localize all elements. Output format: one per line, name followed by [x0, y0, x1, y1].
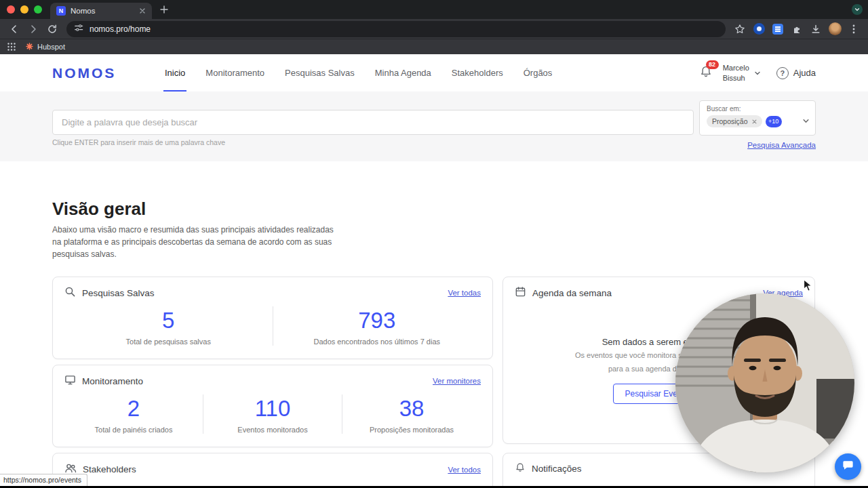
browser-toolbar: nomos.pro/home — [0, 19, 868, 39]
stat-eventos: 110 Eventos monitorados — [203, 394, 342, 434]
overview-section: Visão geral Abaixo uma visão macro e res… — [0, 161, 868, 260]
search-main: Clique ENTER para inserir mais de uma pa… — [52, 110, 694, 146]
downloads-icon[interactable] — [807, 21, 825, 37]
ver-todos-link[interactable]: Ver todos — [448, 466, 481, 474]
ver-todas-link[interactable]: Ver todas — [448, 289, 481, 297]
browser-tab[interactable]: N Nomos — [50, 3, 152, 19]
nav-item-orgaos[interactable]: Órgãos — [513, 54, 563, 92]
stat-total-pesquisas: 5 Total de pesquisas salvas — [64, 306, 273, 346]
chat-icon — [842, 459, 854, 474]
extension-icon-2[interactable] — [769, 21, 787, 37]
webcam-video — [675, 293, 854, 472]
nav-item-pesquisas-salvas[interactable]: Pesquisas Salvas — [275, 54, 365, 92]
bookmark-hubspot[interactable]: Hubspot — [26, 43, 65, 52]
card-pesquisas-salvas: Pesquisas Salvas Ver todas 5 Total de pe… — [52, 277, 493, 359]
nav-item-stakeholders[interactable]: Stakeholders — [441, 54, 513, 92]
card-title: Pesquisas Salvas — [82, 288, 155, 298]
tab-search-chevron-icon[interactable] — [852, 4, 863, 15]
chat-widget-button[interactable] — [835, 453, 861, 480]
window-controls — [7, 5, 42, 14]
url-text: nomos.pro/home — [90, 24, 151, 34]
chip-remove-icon[interactable] — [752, 117, 757, 125]
stat-paineis: 2 Total de painéis criados — [64, 394, 203, 434]
browser-tabstrip: N Nomos — [0, 0, 868, 19]
help-menu[interactable]: ? Ajuda — [776, 67, 816, 79]
scope-chevron-down-icon[interactable] — [802, 115, 810, 127]
hubspot-icon — [26, 43, 33, 52]
ver-monitores-link[interactable]: Ver monitores — [433, 377, 481, 385]
site-settings-icon[interactable] — [74, 23, 83, 35]
help-label: Ajuda — [793, 68, 816, 78]
apps-grid-icon[interactable] — [7, 42, 16, 52]
card-title: Agenda da semana — [532, 288, 612, 298]
search-input[interactable] — [52, 110, 694, 135]
nav-item-inicio[interactable]: Inicio — [155, 54, 195, 92]
bell-icon — [515, 462, 526, 476]
app-header: NOMOS Inicio Monitoramento Pesquisas Sal… — [0, 54, 868, 92]
scope-label: Buscar em: — [707, 105, 810, 113]
reload-button[interactable] — [43, 21, 61, 37]
bookmarks-bar: Hubspot — [0, 39, 868, 54]
user-menu[interactable]: Marcelo Bissuh — [723, 63, 761, 83]
tab-title: Nomos — [71, 7, 134, 15]
stat-proposicoes: 38 Proposições monitoradas — [342, 394, 481, 434]
stat-dados-encontrados: 793 Dados encontrados nos últimos 7 dias — [273, 306, 481, 346]
card-title: Notificações — [532, 464, 582, 474]
search-hint: Clique ENTER para inserir mais de uma pa… — [52, 138, 694, 146]
notification-badge: 82 — [706, 60, 719, 69]
chevron-down-icon — [754, 67, 761, 79]
card-stakeholders: Stakeholders Ver todos Stakeholders que … — [52, 453, 493, 488]
main-nav: Inicio Monitoramento Pesquisas Salvas Mi… — [155, 54, 562, 92]
status-bar-link: https://nomos.pro/events — [0, 474, 87, 486]
forward-button[interactable] — [24, 21, 42, 37]
extension-icon-1[interactable] — [750, 21, 768, 37]
nav-item-minha-agenda[interactable]: Minha Agenda — [365, 54, 441, 92]
address-bar[interactable]: nomos.pro/home — [66, 21, 726, 37]
webcam-overlay — [675, 293, 854, 472]
advanced-search-link[interactable]: Pesquisa Avançada — [747, 141, 816, 149]
scope-chip-proposicao[interactable]: Proposição — [707, 115, 762, 127]
bookmark-label: Hubspot — [37, 43, 65, 51]
minimize-window-button[interactable] — [20, 5, 28, 14]
extensions-puzzle-icon[interactable] — [788, 21, 806, 37]
search-scope-column: Buscar em: Proposição +10 — [699, 100, 816, 149]
profile-avatar[interactable] — [826, 21, 844, 37]
user-name: Marcelo Bissuh — [723, 63, 749, 83]
scope-more-badge: +10 — [766, 116, 782, 127]
search-section: Clique ENTER para inserir mais de uma pa… — [0, 92, 868, 161]
nav-item-monitoramento[interactable]: Monitoramento — [195, 54, 275, 92]
monitor-icon — [64, 374, 76, 388]
notifications-bell-icon[interactable]: 82 — [699, 65, 713, 81]
page-subtitle: Abaixo uma visão macro e resumida das su… — [52, 224, 340, 260]
back-button[interactable] — [5, 21, 23, 37]
page-title: Visão geral — [52, 199, 816, 220]
maximize-window-button[interactable] — [34, 5, 42, 14]
calendar-icon — [515, 286, 526, 300]
header-right: 82 Marcelo Bissuh ? Ajuda — [699, 63, 816, 83]
card-title: Monitoramento — [82, 376, 143, 386]
close-window-button[interactable] — [7, 5, 15, 14]
tab-close-icon[interactable] — [139, 7, 146, 14]
bookmark-star-icon[interactable] — [731, 21, 749, 37]
search-scope-select[interactable]: Buscar em: Proposição +10 — [699, 100, 816, 136]
site-favicon: N — [56, 6, 66, 16]
nomos-logo[interactable]: NOMOS — [52, 65, 155, 81]
browser-menu-icon[interactable] — [845, 21, 863, 37]
card-monitoramento: Monitoramento Ver monitores 2 Total de p… — [52, 365, 493, 447]
question-icon: ? — [776, 67, 789, 79]
search-icon — [64, 286, 76, 300]
card-title: Stakeholders — [83, 464, 136, 474]
new-tab-button[interactable] — [160, 5, 168, 14]
